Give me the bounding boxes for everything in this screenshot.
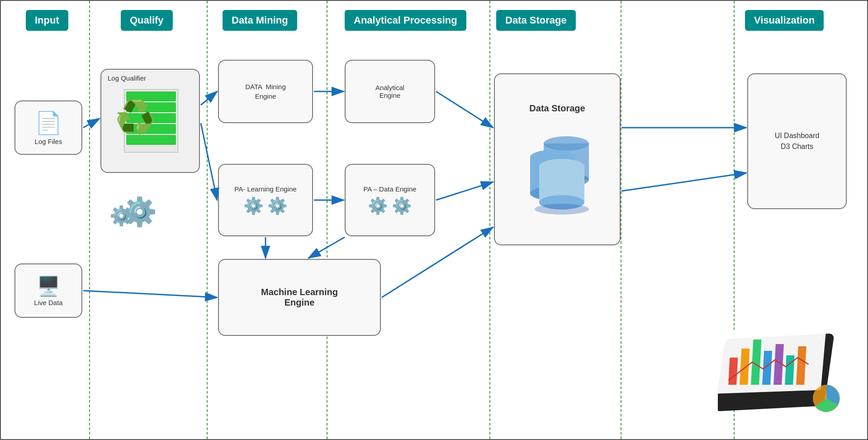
header-qualify: Qualify <box>121 10 173 31</box>
data-mining-engine-box: DATA MiningEngine <box>218 60 313 123</box>
svg-line-33 <box>83 291 217 297</box>
log-qualifier-box: Log Qualifier ♻️ <box>100 69 200 173</box>
header-analytical: Analytical Processing <box>345 10 466 31</box>
data-storage-box: Data Storage <box>494 73 621 245</box>
svg-line-32 <box>621 173 746 191</box>
pa-data-label: PA – Data Engine <box>363 185 416 193</box>
header-data-mining: Data Mining <box>223 10 297 31</box>
data-storage-label: Data Storage <box>529 103 585 114</box>
chart-tablet <box>718 326 854 426</box>
machine-learning-label: Machine LearningEngine <box>261 287 338 308</box>
vline-3 <box>327 1 327 439</box>
ui-dashboard-label: UI DashboardD3 Charts <box>775 130 820 152</box>
gear-large-icon: ⚙️ <box>122 196 157 228</box>
svg-line-23 <box>201 123 217 200</box>
machine-learning-engine-box: Machine LearningEngine <box>218 259 381 336</box>
data-mining-engine-label: DATA MiningEngine <box>245 82 285 101</box>
live-data-label: Live Data <box>34 299 62 306</box>
chart-svg <box>718 326 854 426</box>
header-visualization: Visualization <box>745 10 824 31</box>
ui-dashboard-box: UI DashboardD3 Charts <box>747 73 847 209</box>
header-data-storage: Data Storage <box>496 10 576 31</box>
gear-pad2-icon: ⚙️ <box>392 196 412 215</box>
diagram-container: Input Qualify Data Mining Analytical Pro… <box>0 0 868 440</box>
gear-pa2-icon: ⚙️ <box>267 196 288 215</box>
doc-icon: 📄 <box>35 110 62 136</box>
vline-1 <box>89 1 90 439</box>
monitor-icon: 🖥️ <box>37 275 60 297</box>
vline-5 <box>621 1 621 439</box>
analytical-engine-label: AnalyticalEngine <box>375 84 404 99</box>
vline-2 <box>207 1 208 439</box>
log-files-box: 📄 Log Files <box>14 100 82 155</box>
svg-line-28 <box>436 182 493 200</box>
svg-line-29 <box>382 227 493 297</box>
svg-point-9 <box>535 204 589 215</box>
analytical-engine-box: AnalyticalEngine <box>345 60 435 123</box>
log-files-label: Log Files <box>35 138 62 145</box>
svg-line-21 <box>83 119 100 128</box>
pa-learning-label: PA- Learning Engine <box>234 185 296 193</box>
live-data-box: 🖥️ Live Data <box>14 263 82 318</box>
gear-pa1-icon: ⚙️ <box>243 196 264 215</box>
svg-rect-12 <box>728 358 738 385</box>
svg-line-22 <box>201 91 217 105</box>
database-cylinders-svg <box>512 121 602 216</box>
header-input: Input <box>26 10 68 31</box>
pa-learning-engine-box: PA- Learning Engine ⚙️ ⚙️ <box>218 164 313 236</box>
svg-line-27 <box>436 91 493 128</box>
svg-rect-17 <box>785 355 794 385</box>
gear-pad1-icon: ⚙️ <box>368 196 388 215</box>
log-qualifier-label: Log Qualifier <box>108 74 146 82</box>
pa-data-engine-box: PA – Data Engine ⚙️ ⚙️ <box>345 164 435 236</box>
vline-4 <box>489 1 490 439</box>
